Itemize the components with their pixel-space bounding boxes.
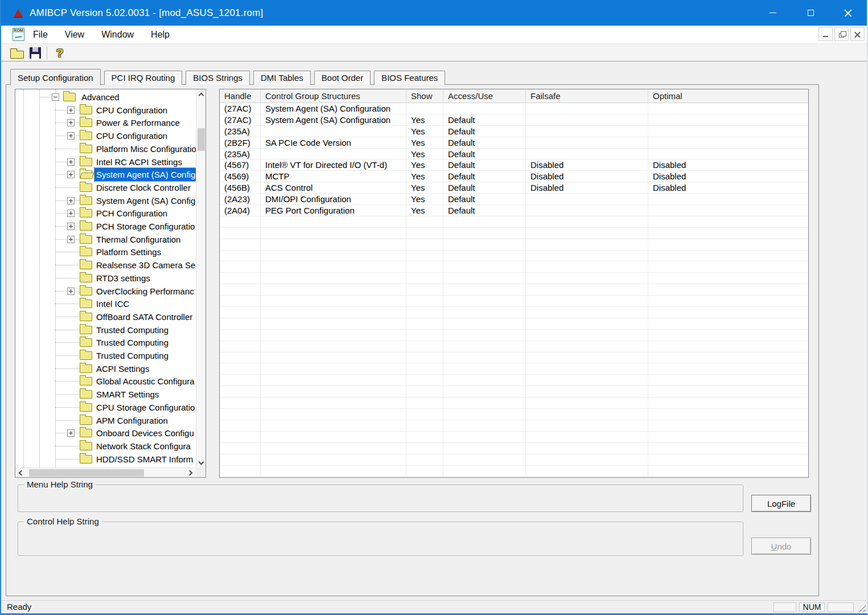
cell-access — [443, 228, 526, 239]
mdi-minimize-button[interactable] — [818, 27, 833, 41]
tree-item[interactable]: Realsense 3D Camera Se — [15, 259, 196, 272]
tab-pci-irq-routing[interactable]: PCI IRQ Routing — [104, 71, 183, 85]
table-row[interactable]: (27AC)System Agent (SA) ConfigurationYes… — [220, 114, 808, 126]
expand-icon[interactable] — [67, 132, 75, 140]
scroll-up-icon[interactable] — [196, 89, 206, 99]
minimize-button[interactable] — [754, 0, 792, 26]
table-row[interactable]: (235A)YesDefault — [220, 126, 808, 137]
tree-item[interactable]: OffBoard SATA Controller — [15, 310, 196, 323]
menu-item-window[interactable]: Window — [93, 27, 142, 42]
cell-access — [443, 375, 526, 386]
tree-item[interactable]: APM Configuration — [15, 414, 196, 427]
menu-item-help[interactable]: Help — [142, 27, 178, 42]
undo-button[interactable]: Undo — [751, 538, 811, 555]
tree-item[interactable]: Intel ICC — [15, 297, 196, 310]
logfile-button[interactable]: LogFile — [751, 495, 811, 512]
expand-icon[interactable] — [67, 223, 75, 230]
tree-item[interactable]: System Agent (SA) Config — [15, 194, 196, 207]
expand-icon[interactable] — [67, 197, 75, 204]
tree-item[interactable]: Advanced — [15, 91, 196, 104]
tree-item[interactable]: Network Stack Configura — [15, 440, 196, 453]
tree-item[interactable]: RTD3 settings — [15, 272, 196, 285]
tree-item[interactable]: Global Acoustic Configura — [15, 375, 196, 388]
table-row[interactable]: (2B2F)SA PCIe Code VersionYesDefault — [220, 137, 808, 149]
table-row[interactable]: (27AC)System Agent (SA) Configuration — [220, 103, 808, 114]
tree-item[interactable]: OverClocking Performanc — [15, 285, 196, 298]
expand-icon[interactable] — [67, 236, 75, 243]
expand-icon[interactable] — [67, 106, 75, 114]
tree-item[interactable]: Thermal Configuration — [15, 233, 196, 246]
table-row[interactable]: (456B)ACS ControlYesDefaultDisabledDisab… — [220, 182, 808, 194]
tree-item-label: System Agent (SA) Config — [94, 168, 196, 181]
expand-icon[interactable] — [67, 171, 75, 178]
tree-item[interactable]: Onboard Devices Configu — [15, 427, 196, 440]
tree-item[interactable]: CPU Configuration — [15, 129, 196, 142]
cell-access — [443, 296, 526, 306]
cell-name — [261, 432, 406, 442]
expand-icon[interactable] — [67, 210, 75, 217]
table-row[interactable]: (235A)YesDefault — [220, 149, 808, 160]
scroll-left-icon[interactable] — [15, 468, 25, 478]
tree-item[interactable]: Intel RC ACPI Settings — [15, 155, 196, 169]
horizontal-scrollbar-thumb[interactable] — [29, 469, 144, 477]
resize-grip[interactable] — [855, 603, 866, 612]
tree-item[interactable]: System Agent (SA) Config — [15, 168, 196, 181]
table-row[interactable]: (4569)MCTPYesDefaultDisabledDisabled — [220, 171, 808, 182]
column-header-control-group-structures[interactable]: Control Group Structures — [261, 89, 406, 102]
help-button[interactable]: ? — [51, 46, 69, 60]
open-button[interactable] — [8, 46, 26, 60]
tab-setup-configuration[interactable]: Setup Configuration — [10, 69, 101, 85]
expand-icon[interactable] — [67, 119, 75, 126]
table-row[interactable]: (2A23)DMI/OPI ConfigurationYesDefault — [220, 194, 808, 205]
column-header-failsafe[interactable]: Failsafe — [526, 89, 648, 102]
tree-item[interactable]: Discrete Clock Controller — [15, 181, 196, 194]
tree-item[interactable]: SMART Settings — [15, 388, 196, 401]
tree-item[interactable]: HDD/SSD SMART Inform — [15, 453, 196, 466]
table-row[interactable]: (2A04)PEG Port ConfigurationYesDefault — [220, 205, 808, 216]
tree-item[interactable]: PCH Storage Configuratio — [15, 220, 196, 233]
tree-item[interactable]: Platform Settings — [15, 245, 196, 259]
tree-item[interactable]: PCH Configuration — [15, 207, 196, 220]
maximize-button[interactable] — [792, 0, 829, 26]
mdi-document-icon[interactable]: ROM — [13, 28, 24, 41]
tree-item[interactable]: Platform Misc Configuratio — [15, 142, 196, 155]
tree-vertical-scrollbar[interactable] — [196, 89, 205, 468]
table-empty-row — [220, 432, 808, 443]
collapse-icon[interactable] — [52, 93, 59, 101]
cell-optimal — [648, 420, 808, 431]
tab-bios-strings[interactable]: BIOS Strings — [186, 71, 250, 85]
cell-failsafe — [526, 443, 648, 454]
close-button[interactable] — [829, 0, 867, 26]
tree-item[interactable]: ACPI Settings — [15, 362, 196, 375]
tree-horizontal-scrollbar[interactable] — [15, 468, 196, 477]
tab-dmi-tables[interactable]: DMI Tables — [253, 71, 311, 85]
scroll-right-icon[interactable] — [186, 468, 196, 478]
column-header-show[interactable]: Show — [406, 89, 443, 102]
tree-item-label: Trusted Computing — [96, 349, 168, 362]
tree-item[interactable]: Power & Performance — [15, 116, 196, 129]
mdi-restore-button[interactable] — [834, 27, 849, 41]
table-empty-row — [220, 454, 808, 466]
menu-item-file[interactable]: File — [24, 27, 56, 42]
tree-item[interactable]: Trusted Computing — [15, 323, 196, 337]
vertical-scrollbar-thumb[interactable] — [198, 128, 205, 151]
tab-boot-order[interactable]: Boot Order — [314, 71, 371, 85]
cell-name: Intel® VT for Directed I/O (VT-d) — [261, 159, 406, 170]
tree-item[interactable]: CPU Storage Configuratio — [15, 401, 196, 414]
scroll-down-icon[interactable] — [196, 458, 206, 468]
tab-bios-features[interactable]: BIOS Features — [374, 71, 445, 85]
menu-item-view[interactable]: View — [56, 27, 93, 42]
expand-icon[interactable] — [67, 158, 75, 166]
column-header-optimal[interactable]: Optimal — [648, 89, 808, 102]
expand-icon[interactable] — [67, 288, 75, 295]
save-button[interactable] — [26, 46, 44, 60]
column-header-handle[interactable]: Handle — [220, 89, 261, 102]
column-header-access-use[interactable]: Access/Use — [443, 89, 526, 102]
tree-item[interactable]: Trusted Computing — [15, 349, 196, 362]
cell-name — [261, 273, 406, 284]
table-row[interactable]: (4567)Intel® VT for Directed I/O (VT-d)Y… — [220, 159, 808, 171]
tree-item[interactable]: CPU Configuration — [15, 104, 196, 117]
mdi-close-button[interactable] — [850, 27, 865, 41]
expand-icon[interactable] — [67, 429, 75, 437]
tree-item[interactable]: Trusted Computing — [15, 336, 196, 349]
